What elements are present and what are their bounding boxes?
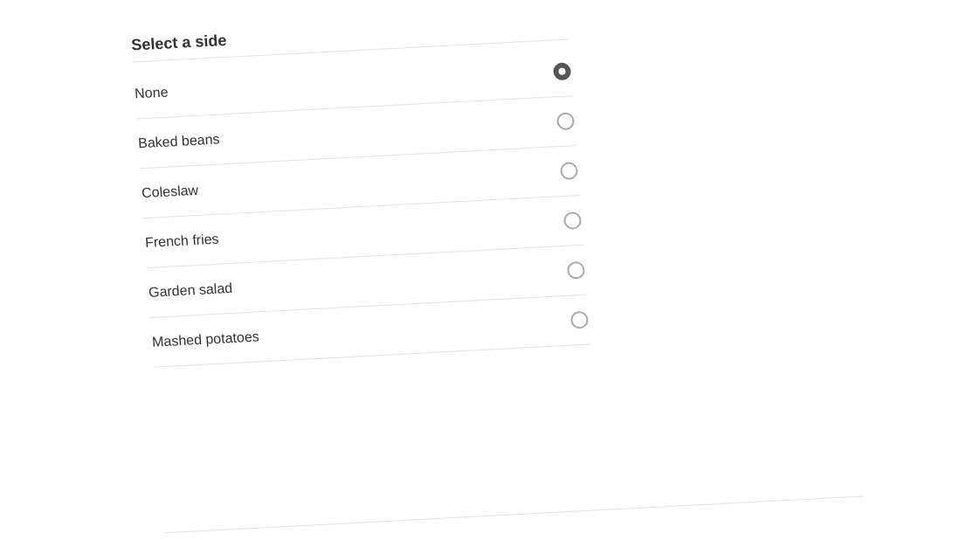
option-label-none: None [135,84,169,101]
option-label-coleslaw: Coleslaw [141,183,199,201]
radio-garden-salad[interactable] [567,261,585,280]
options-list: NoneBaked beansColeslawFrench friesGarde… [133,46,590,367]
radio-baked-beans[interactable] [556,112,575,130]
option-label-mashed-potatoes: Mashed potatoes [151,329,259,350]
radio-none[interactable] [553,62,571,80]
radio-mashed-potatoes[interactable] [570,311,589,329]
form-content: Select a side NoneBaked beansColeslawFre… [131,13,590,367]
option-label-garden-salad: Garden salad [148,280,233,301]
bottom-divider [165,495,863,533]
option-label-baked-beans: Baked beans [138,131,221,151]
option-label-french-fries: French fries [145,232,220,251]
page-background: Select a side NoneBaked beansColeslawFre… [0,0,980,540]
radio-coleslaw[interactable] [560,162,578,180]
radio-french-fries[interactable] [563,211,582,230]
